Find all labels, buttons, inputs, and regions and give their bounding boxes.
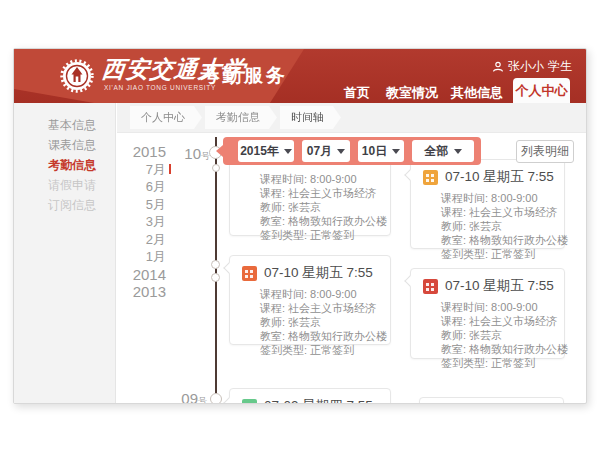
attendance-card-partial xyxy=(419,397,564,404)
service-title: 考勤服务 xyxy=(200,63,288,89)
day-marker-09: 09号 xyxy=(167,390,207,404)
card-date-title: 07-10 星期五 7:55 xyxy=(445,168,554,186)
card-body: 课程时间: 8:00-9:00 课程: 社会主义市场经济 教师: 张芸京 教室:… xyxy=(230,282,390,357)
day-marker-10: 10号 xyxy=(170,145,210,163)
attendance-card: 07-10 星期五 7:55 课程时间: 8:00-9:00 课程: 社会主义市… xyxy=(229,255,391,345)
month-dropdown[interactable]: 07月 xyxy=(302,140,350,162)
card-body: 课程时间: 8:00-9:00 课程: 社会主义市场经济 教师: 张芸京 教室:… xyxy=(411,186,564,261)
nav-item-classrooms[interactable]: 教室情况 xyxy=(386,84,438,102)
nav-tab-personal-center[interactable]: 个人中心 xyxy=(513,78,570,103)
timeline-nav-march[interactable]: 3月 xyxy=(116,213,166,231)
attendance-card: 07-09 星期四 7:55 xyxy=(229,388,391,404)
day-dropdown[interactable]: 10日 xyxy=(358,140,404,162)
sidebar-item-schedule-info[interactable]: 课表信息 xyxy=(14,135,115,155)
card-header: 07-10 星期五 7:55 xyxy=(230,256,390,282)
breadcrumb-timeline[interactable]: 时间轴 xyxy=(280,106,341,129)
app-header: 西安交通大学 XI'AN JIAO TONG UNIVERSITY 考勤服务 张… xyxy=(14,49,586,103)
sidebar: 基本信息 课表信息 考勤信息 请假申请 订阅信息 xyxy=(14,103,116,403)
xjtu-emblem-icon xyxy=(60,59,94,93)
card-date-title: 07-10 星期五 7:55 xyxy=(264,264,373,282)
timeline-line xyxy=(215,137,217,403)
chevron-down-icon xyxy=(454,149,462,154)
sidebar-item-subscription-info[interactable]: 订阅信息 xyxy=(14,195,115,215)
app-window: 西安交通大学 XI'AN JIAO TONG UNIVERSITY 考勤服务 张… xyxy=(13,48,587,404)
timeline-nav-july[interactable]: 7月 xyxy=(116,161,166,179)
chevron-down-icon xyxy=(284,149,292,154)
chevron-down-icon xyxy=(337,149,345,154)
calendar-status-icon xyxy=(242,266,257,281)
sidebar-item-leave-request[interactable]: 请假申请 xyxy=(14,175,115,195)
card-body: 课程时间: 8:00-9:00 课程: 社会主义市场经济 教师: 张芸京 教室:… xyxy=(411,295,564,370)
timeline-node xyxy=(211,273,220,282)
chevron-down-icon xyxy=(392,149,400,154)
timeline-nav-may[interactable]: 5月 xyxy=(116,196,166,214)
card-header: 07-09 星期四 7:55 xyxy=(230,389,390,404)
sidebar-item-basic-info[interactable]: 基本信息 xyxy=(14,115,115,135)
nav-item-home[interactable]: 首页 xyxy=(344,84,370,102)
person-icon xyxy=(492,61,504,73)
timeline-nav-january[interactable]: 1月 xyxy=(116,248,166,266)
filter-bar: 2015年 07月 10日 全部 xyxy=(223,137,481,165)
card-body: 课程时间: 8:00-9:00 课程: 社会主义市场经济 教师: 张芸京 教室:… xyxy=(230,152,390,242)
timeline-nav-2014[interactable]: 2014 xyxy=(116,266,166,284)
nav-item-other-info[interactable]: 其他信息 xyxy=(451,84,503,102)
calendar-status-icon xyxy=(423,279,438,294)
user-name: 张小小 xyxy=(508,58,544,75)
timeline-node xyxy=(211,260,220,269)
timeline-nav-2015[interactable]: 2015 xyxy=(116,143,166,161)
calendar-status-icon xyxy=(242,399,257,405)
selected-month-tick xyxy=(169,164,171,174)
timeline-nav-2013[interactable]: 2013 xyxy=(116,283,166,301)
type-dropdown[interactable]: 全部 xyxy=(412,140,474,162)
card-date-title: 07-10 星期五 7:55 xyxy=(445,277,554,295)
breadcrumb-attendance-info[interactable]: 考勤信息 xyxy=(205,106,277,129)
sidebar-item-attendance-info[interactable]: 考勤信息 xyxy=(14,155,115,175)
timeline-node xyxy=(210,393,222,404)
breadcrumb: 个人中心 考勤信息 时间轴 xyxy=(117,103,586,133)
calendar-status-icon xyxy=(423,170,438,185)
user-account[interactable]: 张小小 学生 xyxy=(492,58,572,75)
timeline-nav-february[interactable]: 2月 xyxy=(116,231,166,249)
year-dropdown[interactable]: 2015年 xyxy=(238,140,294,162)
card-header: 07-10 星期五 7:55 xyxy=(411,269,564,295)
list-detail-button[interactable]: 列表明细 xyxy=(516,140,574,163)
breadcrumb-personal-center[interactable]: 个人中心 xyxy=(130,106,202,129)
timeline-node xyxy=(212,164,220,172)
user-role: 学生 xyxy=(548,58,572,75)
attendance-card: 07-10 星期五 7:55 课程时间: 8:00-9:00 课程: 社会主义市… xyxy=(410,159,565,249)
timeline-date-nav: 2015 7月 6月 5月 3月 2月 1月 2014 2013 xyxy=(116,143,166,301)
card-date-title: 07-09 星期四 7:55 xyxy=(264,397,373,404)
attendance-card: 07-10 星期五 7:55 课程时间: 8:00-9:00 课程: 社会主义市… xyxy=(410,268,565,359)
timeline-nav-june[interactable]: 6月 xyxy=(116,178,166,196)
